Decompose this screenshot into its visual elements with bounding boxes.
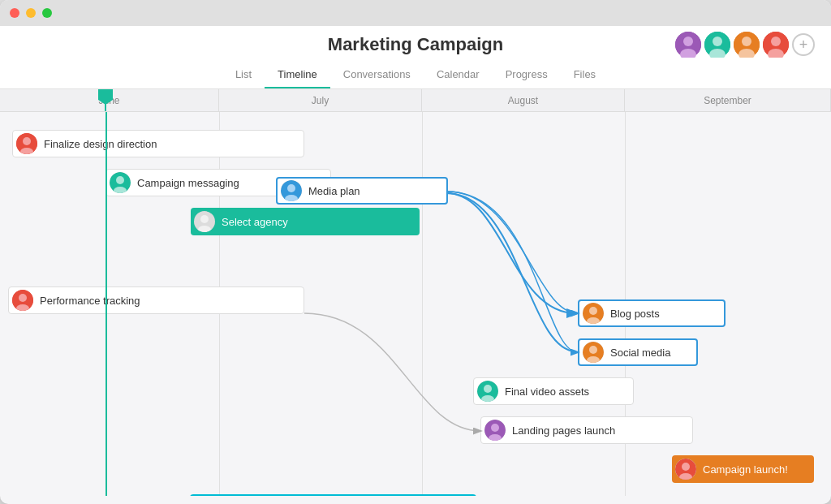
svg-point-1: [683, 37, 693, 46]
task-avatar-messaging: [110, 172, 131, 193]
month-august: August: [422, 89, 625, 111]
task-avatar-perf: [12, 290, 33, 311]
task-landing-pages[interactable]: Landing pages launch: [480, 416, 693, 444]
task-avatar-agency: [194, 211, 215, 232]
svg-point-37: [491, 424, 499, 432]
task-avatar-social: [583, 342, 604, 363]
task-label-video: Final video assets: [505, 386, 589, 398]
avatar-1[interactable]: [675, 32, 701, 58]
svg-point-16: [116, 176, 124, 184]
svg-point-31: [589, 346, 597, 354]
app-header: Marketing Campaign + List Timeline: [0, 26, 831, 89]
task-label-perf: Performance tracking: [40, 295, 140, 307]
project-title: Marketing Campaign: [328, 34, 503, 55]
task-final-video[interactable]: Final video assets: [473, 377, 634, 405]
header-top: Marketing Campaign +: [16, 34, 815, 62]
task-blog-posts[interactable]: Blog posts: [578, 299, 726, 327]
task-label-media: Media plan: [308, 185, 360, 197]
task-campaign-launch[interactable]: Campaign launch!: [672, 455, 814, 483]
task-label-finalize: Finalize design direction: [44, 138, 157, 150]
svg-point-4: [713, 37, 722, 46]
svg-point-40: [682, 463, 690, 471]
close-button[interactable]: [10, 8, 19, 18]
svg-point-13: [23, 137, 31, 145]
titlebar: [0, 0, 831, 26]
tab-conversations[interactable]: Conversations: [330, 62, 424, 88]
task-social-media[interactable]: Social media: [578, 338, 698, 366]
month-september: September: [625, 89, 831, 111]
task-avatar-blog: [583, 303, 604, 324]
task-avatar-finalize: [16, 133, 37, 154]
task-avatar-media: [281, 180, 302, 201]
month-headers: June July August September: [0, 89, 831, 112]
tab-list[interactable]: List: [222, 62, 265, 88]
task-finalize-design[interactable]: Finalize design direction: [12, 130, 304, 157]
team-avatars: +: [675, 32, 815, 58]
task-label-agency: Select agency: [222, 216, 288, 228]
month-july: July: [219, 89, 422, 111]
task-label-landing: Landing pages launch: [512, 424, 615, 437]
task-label-messaging: Campaign messaging: [137, 177, 239, 189]
tab-progress[interactable]: Progress: [493, 62, 561, 88]
tab-files[interactable]: Files: [561, 62, 609, 88]
avatar-3[interactable]: [734, 32, 760, 58]
timeline-content: Finalize design direction Campaign messa…: [0, 112, 831, 496]
task-avatar-landing: [484, 420, 506, 441]
tab-timeline[interactable]: Timeline: [265, 62, 330, 88]
avatar-4[interactable]: [763, 32, 789, 58]
task-media-plan[interactable]: Media plan: [276, 177, 448, 205]
maximize-button[interactable]: [42, 8, 52, 18]
tab-calendar[interactable]: Calendar: [424, 62, 493, 88]
timeline-area: June July August September: [0, 89, 831, 496]
task-avatar-launch: [675, 459, 696, 480]
minimize-button[interactable]: [26, 8, 36, 18]
grid-line-july: [422, 112, 423, 496]
task-performance[interactable]: Performance tracking: [8, 286, 304, 314]
task-avatar-video: [477, 381, 498, 402]
svg-point-28: [589, 307, 597, 315]
svg-point-34: [484, 385, 492, 393]
task-label-launch: Campaign launch!: [703, 463, 788, 476]
svg-point-25: [19, 294, 27, 302]
avatar-2[interactable]: [704, 32, 730, 58]
nav-tabs: List Timeline Conversations Calendar Pro…: [16, 62, 815, 88]
task-label-social: Social media: [610, 347, 670, 359]
task-label-blog: Blog posts: [610, 308, 660, 320]
task-select-agency[interactable]: Select agency: [191, 208, 420, 235]
svg-point-10: [771, 37, 781, 46]
today-vertical-line: [105, 112, 107, 496]
add-member-button[interactable]: +: [792, 33, 815, 56]
task-customer-stories[interactable]: Customer stories: [190, 494, 476, 496]
app-window: Marketing Campaign + List Timeline: [0, 0, 831, 504]
svg-point-19: [200, 215, 209, 223]
svg-point-22: [287, 184, 295, 192]
svg-point-7: [742, 37, 751, 46]
